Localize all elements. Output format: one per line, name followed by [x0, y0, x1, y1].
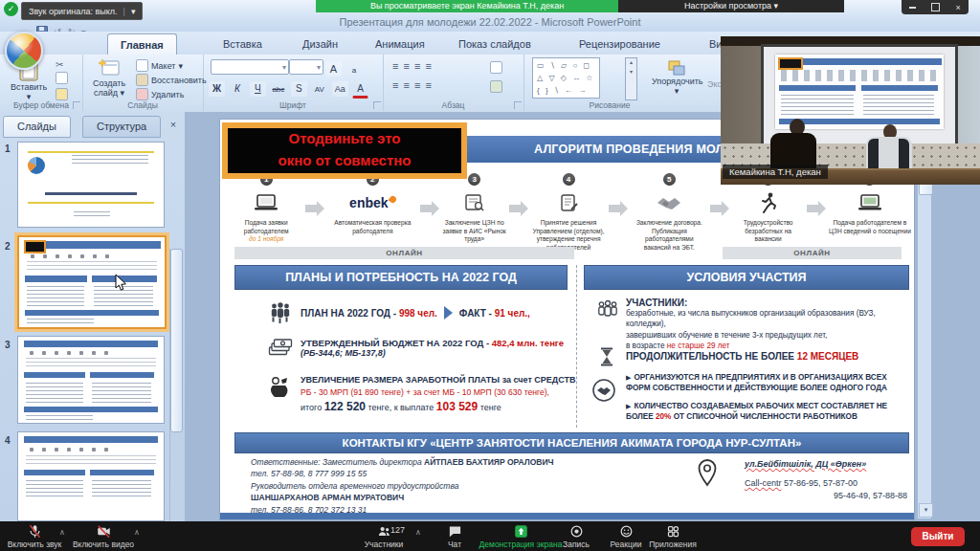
tab-slideshow[interactable]: Показ слайдов — [446, 33, 544, 55]
record-icon — [569, 524, 584, 539]
font-color-button[interactable]: A — [352, 81, 368, 99]
new-slide-button[interactable]: Создать слайд ▾ — [86, 57, 132, 99]
copy-button[interactable] — [56, 72, 68, 88]
contacts-address-block: ул.Бейбітшілік, ДЦ «Өркен» Call-centr 57… — [745, 458, 907, 503]
slide-thumbnail-3[interactable] — [17, 336, 165, 424]
panel-scrollbar-thumb[interactable] — [170, 249, 183, 432]
moneybag-icon — [268, 376, 291, 399]
bullet-icon: ▶ — [626, 374, 631, 381]
layout-dropdown-icon: ▾ — [178, 61, 183, 71]
tab-animation[interactable]: Анимация — [363, 33, 437, 55]
arrow-right-icon — [807, 205, 818, 212]
chat-button[interactable]: Чат — [435, 524, 474, 549]
audio-options-chevron[interactable]: ∧ — [59, 528, 65, 537]
process-steps: 1 Подача заявки работодателем до 1 ноябр… — [230, 173, 911, 252]
step-text: Автоматическая проверка работодателя — [327, 219, 417, 235]
arrow-right-icon — [444, 306, 453, 320]
step-3: 3 Заключение ЦЗН по заявке в АИС «Рынок … — [442, 173, 506, 244]
chat-icon — [448, 524, 462, 539]
slide-thumbnail-1[interactable] — [17, 142, 165, 228]
mouse-cursor — [115, 274, 127, 292]
shapes-gallery[interactable]: ▭ ∖ ▱ ○ ◻ △ ▽ ◇ ↔ ☆ { } ∖ ← → — [532, 57, 600, 99]
tab-insert[interactable]: Вставка — [211, 33, 275, 55]
close-icon[interactable]: × — [956, 3, 961, 12]
online-badge-left: ОНЛАЙН — [234, 247, 574, 259]
slides-group: Создать слайд ▾ Макет▾ Восстановить Удал… — [82, 55, 204, 111]
start-video-button[interactable]: Включить видео — [73, 524, 134, 549]
shape-row-2: △ ▽ ◇ ↔ ☆ — [537, 72, 595, 84]
underline-button[interactable]: Ч — [250, 81, 266, 97]
tab-home[interactable]: Главная — [107, 33, 177, 55]
font-dialog-launcher[interactable] — [373, 101, 381, 109]
person-2-vest — [899, 139, 909, 171]
screen-share-banner: Вы просматриваете экран Кемайкина Т.Н, д… — [316, 0, 618, 12]
strikethrough-button[interactable]: abc — [270, 82, 286, 98]
participants-icon — [376, 524, 392, 539]
bold-button[interactable]: Ж — [209, 81, 225, 97]
paragraph-dialog-launcher[interactable] — [514, 101, 522, 109]
step-number-badge: 3 — [468, 173, 480, 186]
webcam-video[interactable]: Кемайкина Т.Н, декан — [721, 36, 980, 185]
step-number-badge: 5 — [663, 173, 676, 186]
video-options-chevron[interactable]: ∧ — [134, 528, 140, 537]
share-screen-icon — [514, 524, 528, 539]
record-button[interactable]: Запись — [555, 524, 597, 549]
sound-dropdown-icon[interactable]: ▾ — [131, 4, 136, 19]
grow-font-button[interactable]: А — [325, 61, 342, 77]
original-sound-toggle[interactable]: Звук оригинала: выкл. | ▾ — [21, 2, 143, 20]
character-spacing-button[interactable]: AV — [311, 82, 327, 98]
italic-button[interactable]: К — [229, 81, 245, 97]
shrink-font-button[interactable]: а — [345, 63, 362, 78]
duration-row: ПРОДОЛЖИТЕЛЬНОСТЬ НЕ БОЛЕЕ 12 МЕСЯЦЕВ — [626, 351, 909, 362]
slide-number: 1 — [5, 143, 11, 154]
bullet-icon: ▶ — [626, 403, 631, 409]
contacts-block: Ответственные: Заместитель директора АЙТ… — [251, 457, 605, 517]
align-buttons[interactable]: ≡ ≡ ≡ ≡ — [392, 79, 433, 91]
tab-review[interactable]: Рецензирование — [567, 33, 673, 55]
layout-button[interactable]: Макет▾ — [136, 59, 183, 72]
font-name-combo[interactable]: ▾ — [211, 59, 289, 75]
arrange-button[interactable]: Упорядочить ▾ — [652, 59, 702, 97]
font-size-combo[interactable]: ▾ — [289, 59, 323, 75]
tab-slides-thumbnails[interactable]: Слайды — [3, 116, 71, 138]
scroll-down-icon[interactable]: ▾ — [919, 503, 933, 518]
slide-thumbnail-2-selected[interactable] — [17, 235, 167, 329]
cut-button[interactable]: ✂ — [56, 58, 68, 72]
restore-icon[interactable] — [931, 3, 940, 11]
encryption-shield-icon[interactable]: ✓ — [4, 2, 18, 16]
condition-bullet-1: ▶ОРГАНИЗУЮТСЯ НА ПРЕДПРИЯТИЯХ И В ОРГАНИ… — [626, 372, 911, 394]
panel-scrollbar[interactable] — [169, 249, 184, 551]
panel-close-icon[interactable]: × — [167, 119, 180, 130]
flame-icon — [388, 195, 397, 205]
slide-thumbnail-4[interactable] — [17, 431, 165, 521]
shapes-scroll-down-icon: ▾ — [626, 68, 636, 77]
clipboard-dialog-launcher[interactable] — [73, 101, 80, 109]
people-icon — [268, 301, 293, 324]
text-direction-button[interactable] — [490, 60, 502, 77]
document-search-icon — [464, 188, 485, 217]
participant-name-label: Кемайкина Т.Н, декан — [723, 165, 828, 179]
shadow-button[interactable]: S — [291, 81, 307, 97]
reactions-button[interactable]: Реакции — [603, 524, 649, 549]
arrow-right-icon — [509, 205, 521, 212]
convert-smartart-button[interactable] — [490, 79, 502, 97]
delete-button[interactable]: Удалить — [136, 88, 184, 100]
new-slide-icon — [98, 57, 121, 78]
leave-meeting-button[interactable]: Выйти — [911, 527, 965, 546]
apps-button[interactable]: Приложения — [643, 524, 702, 549]
minimize-icon[interactable] — [909, 7, 916, 9]
change-case-button[interactable]: Aa — [332, 81, 348, 97]
shapes-scrollbar[interactable]: ▴ ▾ — [625, 57, 637, 100]
people-icon — [595, 299, 620, 322]
original-sound-label: Звук оригинала: выкл. — [29, 4, 118, 19]
step-text: Заключение ЦЗН по заявке в АИС «Рынок тр… — [442, 219, 506, 244]
tab-outline[interactable]: Структура — [82, 116, 161, 138]
reset-button[interactable]: Восстановить — [136, 74, 207, 86]
office-button[interactable] — [5, 32, 43, 70]
list-buttons[interactable]: ≡ ≡ ≡ ≡ — [392, 60, 433, 72]
unmute-button[interactable]: Включить звук — [6, 524, 63, 549]
tab-design[interactable]: Дизайн — [290, 33, 350, 55]
clipboard-small-buttons: ✂ — [56, 58, 68, 104]
participants-chevron[interactable]: ∧ — [415, 528, 421, 537]
view-settings-dropdown[interactable]: Настройки просмотра ▾ — [618, 0, 844, 12]
